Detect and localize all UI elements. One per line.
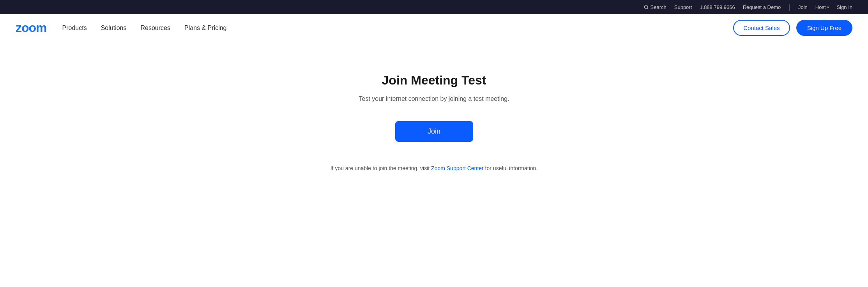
phone-number[interactable]: 1.888.799.9666 [700, 4, 735, 10]
svg-line-1 [647, 8, 648, 9]
products-label: Products [62, 25, 87, 31]
nav-resources[interactable]: Resources [141, 25, 170, 32]
signin-label: Sign In [837, 4, 852, 10]
join-link[interactable]: Join [798, 4, 808, 10]
nav-links: Products Solutions Resources Plans & Pri… [62, 25, 734, 32]
main-content: Join Meeting Test Test your internet con… [0, 42, 868, 287]
solutions-label: Solutions [101, 25, 127, 31]
zoom-support-center-link[interactable]: Zoom Support Center [431, 165, 484, 171]
support-link-label: Zoom Support Center [431, 165, 484, 171]
signin-link[interactable]: Sign In [837, 4, 852, 10]
host-dropdown[interactable]: Host ▾ [815, 4, 829, 10]
page-title: Join Meeting Test [382, 73, 486, 88]
plans-pricing-label: Plans & Pricing [184, 25, 227, 31]
request-demo-label: Request a Demo [743, 4, 781, 10]
sign-up-button[interactable]: Sign Up Free [796, 20, 852, 36]
logo-text: zoom [16, 21, 47, 35]
request-demo-link[interactable]: Request a Demo [743, 4, 781, 10]
top-bar: Search Support 1.888.799.9666 Request a … [0, 0, 868, 14]
nav-actions: Contact Sales Sign Up Free [733, 20, 852, 36]
search-icon [643, 4, 649, 10]
join-label: Join [798, 4, 808, 10]
support-link[interactable]: Support [674, 4, 692, 10]
contact-sales-button[interactable]: Contact Sales [733, 20, 790, 36]
main-nav: zoom Products Solutions Resources Plans … [0, 14, 868, 42]
logo[interactable]: zoom [16, 21, 47, 35]
search-item[interactable]: Search [643, 4, 666, 10]
support-text-after: for useful information. [484, 165, 538, 171]
svg-point-0 [644, 5, 647, 8]
nav-solutions[interactable]: Solutions [101, 25, 127, 32]
join-button[interactable]: Join [395, 121, 473, 142]
host-label: Host [815, 4, 826, 10]
support-text: If you are unable to join the meeting, v… [331, 165, 538, 171]
support-text-before: If you are unable to join the meeting, v… [331, 165, 431, 171]
phone-label: 1.888.799.9666 [700, 4, 735, 10]
chevron-down-icon: ▾ [827, 5, 829, 9]
search-label: Search [651, 4, 666, 10]
page-subtitle: Test your internet connection by joining… [359, 95, 509, 102]
resources-label: Resources [141, 25, 170, 31]
divider: | [788, 3, 790, 11]
nav-plans-pricing[interactable]: Plans & Pricing [184, 25, 227, 32]
nav-products[interactable]: Products [62, 25, 87, 32]
support-label: Support [674, 4, 692, 10]
